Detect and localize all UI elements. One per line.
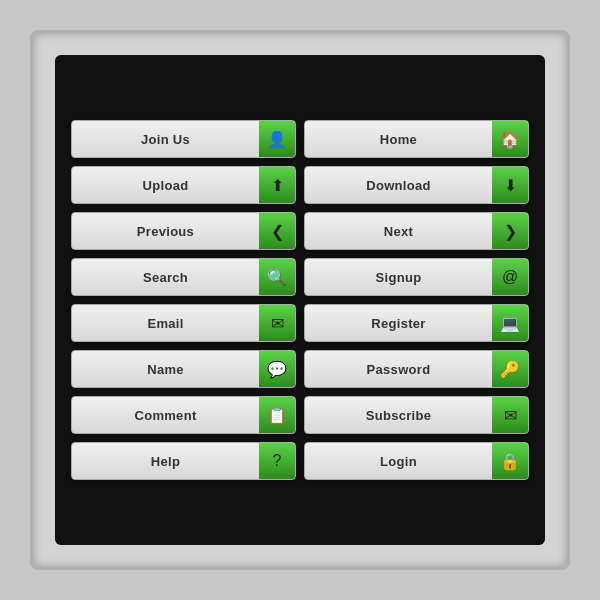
signup-icon: @ xyxy=(492,258,528,296)
password-button[interactable]: Password 🔑 xyxy=(304,350,529,388)
help-icon: ? xyxy=(259,442,295,480)
previous-icon: ❮ xyxy=(259,212,295,250)
home-icon: 🏠 xyxy=(492,120,528,158)
download-label: Download xyxy=(305,178,492,193)
home-button[interactable]: Home 🏠 xyxy=(304,120,529,158)
previous-button[interactable]: Previous ❮ xyxy=(71,212,296,250)
help-button[interactable]: Help ? xyxy=(71,442,296,480)
register-label: Register xyxy=(305,316,492,331)
login-icon: 🔒 xyxy=(492,442,528,480)
email-icon: ✉ xyxy=(259,304,295,342)
comment-icon: 📋 xyxy=(259,396,295,434)
name-icon: 💬 xyxy=(259,350,295,388)
next-icon: ❯ xyxy=(492,212,528,250)
register-icon: 💻 xyxy=(492,304,528,342)
outer-frame: Join Us 👤 Home 🏠 Upload ⬆ Download ⬇ Pre… xyxy=(30,30,570,570)
comment-label: Comment xyxy=(72,408,259,423)
login-label: Login xyxy=(305,454,492,469)
search-label: Search xyxy=(72,270,259,285)
subscribe-icon: ✉ xyxy=(492,396,528,434)
signup-label: Signup xyxy=(305,270,492,285)
download-button[interactable]: Download ⬇ xyxy=(304,166,529,204)
email-label: Email xyxy=(72,316,259,331)
upload-label: Upload xyxy=(72,178,259,193)
name-button[interactable]: Name 💬 xyxy=(71,350,296,388)
email-button[interactable]: Email ✉ xyxy=(71,304,296,342)
join-us-label: Join Us xyxy=(72,132,259,147)
upload-button[interactable]: Upload ⬆ xyxy=(71,166,296,204)
password-icon: 🔑 xyxy=(492,350,528,388)
login-button[interactable]: Login 🔒 xyxy=(304,442,529,480)
password-label: Password xyxy=(305,362,492,377)
inner-panel: Join Us 👤 Home 🏠 Upload ⬆ Download ⬇ Pre… xyxy=(55,55,545,545)
signup-button[interactable]: Signup @ xyxy=(304,258,529,296)
button-grid: Join Us 👤 Home 🏠 Upload ⬆ Download ⬇ Pre… xyxy=(71,120,529,480)
next-label: Next xyxy=(305,224,492,239)
subscribe-button[interactable]: Subscribe ✉ xyxy=(304,396,529,434)
name-label: Name xyxy=(72,362,259,377)
next-button[interactable]: Next ❯ xyxy=(304,212,529,250)
comment-button[interactable]: Comment 📋 xyxy=(71,396,296,434)
previous-label: Previous xyxy=(72,224,259,239)
help-label: Help xyxy=(72,454,259,469)
subscribe-label: Subscribe xyxy=(305,408,492,423)
download-icon: ⬇ xyxy=(492,166,528,204)
search-icon: 🔍 xyxy=(259,258,295,296)
search-button[interactable]: Search 🔍 xyxy=(71,258,296,296)
upload-icon: ⬆ xyxy=(259,166,295,204)
home-label: Home xyxy=(305,132,492,147)
register-button[interactable]: Register 💻 xyxy=(304,304,529,342)
join-us-button[interactable]: Join Us 👤 xyxy=(71,120,296,158)
join-us-icon: 👤 xyxy=(259,120,295,158)
